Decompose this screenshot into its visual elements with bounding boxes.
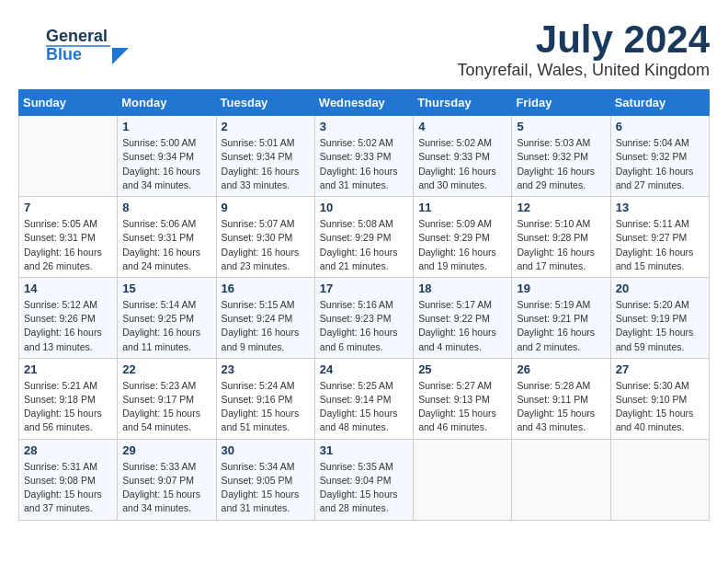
day-number: 11 <box>418 201 506 214</box>
day-number: 21 <box>24 362 112 376</box>
calendar-cell: 5Sunrise: 5:03 AMSunset: 9:32 PMDaylight… <box>512 116 610 197</box>
day-number: 2 <box>222 120 310 133</box>
page-header: General Blue July 2024 Tonyrefail, Wales… <box>18 18 710 80</box>
day-info: Sunrise: 5:17 AMSunset: 9:22 PMDaylight:… <box>418 298 506 354</box>
day-number: 19 <box>517 282 605 295</box>
calendar-cell: 4Sunrise: 5:02 AMSunset: 9:33 PMDaylight… <box>414 116 512 197</box>
day-info: Sunrise: 5:34 AMSunset: 9:05 PMDaylight:… <box>222 460 310 516</box>
day-number: 28 <box>24 443 112 457</box>
days-header-row: SundayMondayTuesdayWednesdayThursdayFrid… <box>19 90 710 116</box>
day-info: Sunrise: 5:08 AMSunset: 9:29 PMDaylight:… <box>320 217 408 273</box>
day-number: 14 <box>24 282 112 295</box>
day-info: Sunrise: 5:11 AMSunset: 9:27 PMDaylight:… <box>616 217 704 273</box>
day-info: Sunrise: 5:19 AMSunset: 9:21 PMDaylight:… <box>517 298 605 354</box>
day-header-monday: Monday <box>118 90 216 116</box>
calendar-cell: 26Sunrise: 5:28 AMSunset: 9:11 PMDayligh… <box>512 358 610 439</box>
calendar-cell: 16Sunrise: 5:15 AMSunset: 9:24 PMDayligh… <box>216 277 314 358</box>
day-info: Sunrise: 5:14 AMSunset: 9:25 PMDaylight:… <box>122 298 210 354</box>
day-number: 13 <box>616 201 704 214</box>
day-number: 4 <box>418 120 506 133</box>
calendar-cell: 30Sunrise: 5:34 AMSunset: 9:05 PMDayligh… <box>216 439 314 520</box>
day-number: 30 <box>222 443 310 457</box>
month-title: July 2024 <box>458 18 710 61</box>
day-number: 9 <box>222 201 310 214</box>
day-number: 29 <box>122 443 210 457</box>
calendar-cell: 11Sunrise: 5:09 AMSunset: 9:29 PMDayligh… <box>414 197 512 278</box>
day-info: Sunrise: 5:10 AMSunset: 9:28 PMDaylight:… <box>517 217 605 273</box>
day-number: 18 <box>418 282 506 295</box>
calendar-cell: 22Sunrise: 5:23 AMSunset: 9:17 PMDayligh… <box>118 358 216 439</box>
week-row-4: 21Sunrise: 5:21 AMSunset: 9:18 PMDayligh… <box>19 358 710 439</box>
day-number: 10 <box>320 201 408 214</box>
day-info: Sunrise: 5:15 AMSunset: 9:24 PMDaylight:… <box>222 298 310 354</box>
day-info: Sunrise: 5:12 AMSunset: 9:26 PMDaylight:… <box>24 298 112 354</box>
calendar-cell: 21Sunrise: 5:21 AMSunset: 9:18 PMDayligh… <box>19 358 118 439</box>
day-info: Sunrise: 5:02 AMSunset: 9:33 PMDaylight:… <box>418 136 506 192</box>
day-number: 6 <box>616 120 704 133</box>
location-title: Tonyrefail, Wales, United Kingdom <box>458 61 710 80</box>
calendar-cell: 18Sunrise: 5:17 AMSunset: 9:22 PMDayligh… <box>414 277 512 358</box>
calendar-cell: 14Sunrise: 5:12 AMSunset: 9:26 PMDayligh… <box>19 277 118 358</box>
calendar-cell: 3Sunrise: 5:02 AMSunset: 9:33 PMDaylight… <box>314 116 413 197</box>
day-info: Sunrise: 5:35 AMSunset: 9:04 PMDaylight:… <box>320 460 408 516</box>
calendar-cell: 31Sunrise: 5:35 AMSunset: 9:04 PMDayligh… <box>314 439 413 520</box>
week-row-3: 14Sunrise: 5:12 AMSunset: 9:26 PMDayligh… <box>19 277 710 358</box>
day-number: 1 <box>122 120 210 133</box>
calendar-cell: 7Sunrise: 5:05 AMSunset: 9:31 PMDaylight… <box>19 197 118 278</box>
day-info: Sunrise: 5:31 AMSunset: 9:08 PMDaylight:… <box>24 460 112 516</box>
calendar-cell: 2Sunrise: 5:01 AMSunset: 9:34 PMDaylight… <box>216 116 314 197</box>
calendar-cell: 10Sunrise: 5:08 AMSunset: 9:29 PMDayligh… <box>314 197 413 278</box>
day-number: 26 <box>517 362 605 376</box>
day-info: Sunrise: 5:06 AMSunset: 9:31 PMDaylight:… <box>122 217 210 273</box>
calendar-cell: 1Sunrise: 5:00 AMSunset: 9:34 PMDaylight… <box>118 116 216 197</box>
day-number: 25 <box>418 362 506 376</box>
day-info: Sunrise: 5:21 AMSunset: 9:18 PMDaylight:… <box>24 379 112 435</box>
day-info: Sunrise: 5:02 AMSunset: 9:33 PMDaylight:… <box>320 136 408 192</box>
day-number: 7 <box>24 201 112 214</box>
week-row-5: 28Sunrise: 5:31 AMSunset: 9:08 PMDayligh… <box>19 439 710 520</box>
day-header-thursday: Thursday <box>414 90 512 116</box>
logo-icon: General Blue <box>18 18 129 69</box>
svg-text:Blue: Blue <box>46 45 82 63</box>
day-number: 5 <box>517 120 605 133</box>
day-info: Sunrise: 5:25 AMSunset: 9:14 PMDaylight:… <box>320 379 408 435</box>
calendar-cell: 25Sunrise: 5:27 AMSunset: 9:13 PMDayligh… <box>414 358 512 439</box>
day-number: 20 <box>616 282 704 295</box>
day-header-wednesday: Wednesday <box>314 90 413 116</box>
day-info: Sunrise: 5:16 AMSunset: 9:23 PMDaylight:… <box>320 298 408 354</box>
week-row-1: 1Sunrise: 5:00 AMSunset: 9:34 PMDaylight… <box>19 116 710 197</box>
calendar-table: SundayMondayTuesdayWednesdayThursdayFrid… <box>18 89 710 520</box>
calendar-cell: 20Sunrise: 5:20 AMSunset: 9:19 PMDayligh… <box>610 277 709 358</box>
title-section: July 2024 Tonyrefail, Wales, United King… <box>458 18 710 80</box>
day-number: 31 <box>320 443 408 457</box>
day-number: 22 <box>122 362 210 376</box>
calendar-cell: 8Sunrise: 5:06 AMSunset: 9:31 PMDaylight… <box>118 197 216 278</box>
day-info: Sunrise: 5:33 AMSunset: 9:07 PMDaylight:… <box>122 460 210 516</box>
day-number: 15 <box>122 282 210 295</box>
day-info: Sunrise: 5:24 AMSunset: 9:16 PMDaylight:… <box>222 379 310 435</box>
day-info: Sunrise: 5:30 AMSunset: 9:10 PMDaylight:… <box>616 379 704 435</box>
day-number: 12 <box>517 201 605 214</box>
day-info: Sunrise: 5:01 AMSunset: 9:34 PMDaylight:… <box>222 136 310 192</box>
svg-marker-2 <box>112 48 129 64</box>
week-row-2: 7Sunrise: 5:05 AMSunset: 9:31 PMDaylight… <box>19 197 710 278</box>
calendar-cell <box>414 439 512 520</box>
day-number: 16 <box>222 282 310 295</box>
svg-text:General: General <box>46 27 108 45</box>
calendar-cell: 9Sunrise: 5:07 AMSunset: 9:30 PMDaylight… <box>216 197 314 278</box>
day-number: 27 <box>616 362 704 376</box>
day-number: 17 <box>320 282 408 295</box>
calendar-cell: 29Sunrise: 5:33 AMSunset: 9:07 PMDayligh… <box>118 439 216 520</box>
day-header-saturday: Saturday <box>610 90 709 116</box>
calendar-cell: 12Sunrise: 5:10 AMSunset: 9:28 PMDayligh… <box>512 197 610 278</box>
day-number: 23 <box>222 362 310 376</box>
calendar-cell <box>512 439 610 520</box>
day-info: Sunrise: 5:27 AMSunset: 9:13 PMDaylight:… <box>418 379 506 435</box>
calendar-cell: 17Sunrise: 5:16 AMSunset: 9:23 PMDayligh… <box>314 277 413 358</box>
calendar-cell: 19Sunrise: 5:19 AMSunset: 9:21 PMDayligh… <box>512 277 610 358</box>
day-info: Sunrise: 5:05 AMSunset: 9:31 PMDaylight:… <box>24 217 112 273</box>
calendar-cell: 27Sunrise: 5:30 AMSunset: 9:10 PMDayligh… <box>610 358 709 439</box>
calendar-cell: 15Sunrise: 5:14 AMSunset: 9:25 PMDayligh… <box>118 277 216 358</box>
day-header-friday: Friday <box>512 90 610 116</box>
calendar-cell: 23Sunrise: 5:24 AMSunset: 9:16 PMDayligh… <box>216 358 314 439</box>
